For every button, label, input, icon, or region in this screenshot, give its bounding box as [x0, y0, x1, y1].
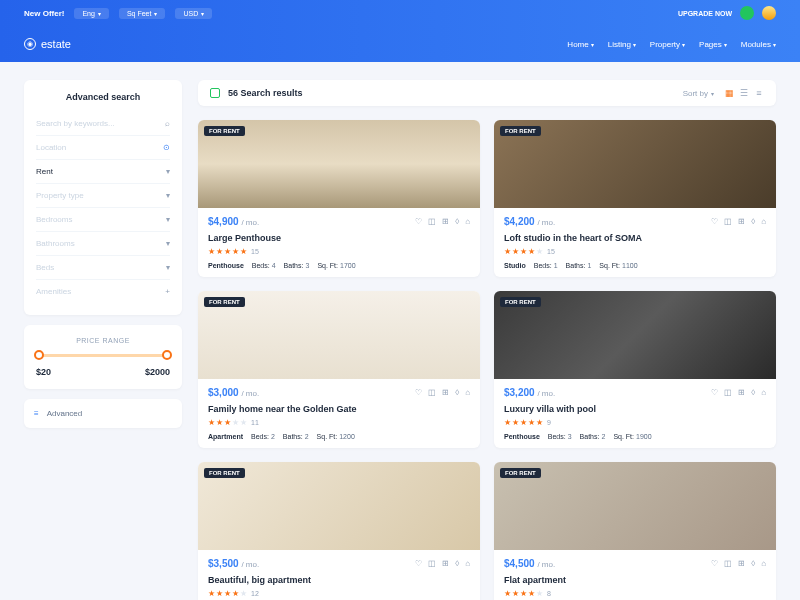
language-selector[interactable]: Eng▾ [74, 8, 108, 19]
compare-icon[interactable]: ⊞ [738, 388, 745, 397]
star-icon: ★ [224, 418, 231, 427]
listing-price: $4,500 / mo. [504, 558, 555, 569]
location-icon[interactable]: ◊ [751, 217, 755, 226]
review-count: 15 [251, 248, 259, 255]
logo[interactable]: ◉ estate [24, 38, 71, 50]
listing-price: $4,900 / mo. [208, 216, 259, 227]
rating: ★★★★★9 [504, 418, 766, 427]
navbar: ◉ estate Home▾ Listing▾ Property▾ Pages▾… [0, 26, 800, 62]
results-count: 56 Search results [228, 88, 303, 98]
content: Advanced search Search by keywords...⌕ L… [0, 62, 800, 600]
bookmark-icon[interactable]: ◫ [724, 388, 732, 397]
price-slider[interactable] [38, 354, 168, 357]
amenities-field[interactable]: Amenities+ [36, 280, 170, 303]
favorite-icon[interactable]: ♡ [711, 559, 718, 568]
slider-handle-min[interactable] [34, 350, 44, 360]
star-icon: ★ [536, 418, 543, 427]
price-min: $20 [36, 367, 51, 377]
compare-icon[interactable]: ⊞ [442, 559, 449, 568]
star-icon: ★ [232, 247, 239, 256]
bedrooms-field[interactable]: Bedrooms▾ [36, 208, 170, 232]
sidebar: Advanced search Search by keywords...⌕ L… [24, 80, 182, 600]
advanced-button[interactable]: ≡ Advanced [24, 399, 182, 428]
currency-selector[interactable]: USD▾ [175, 8, 212, 19]
listings-grid: FOR RENT $4,900 / mo. ♡ ◫ ⊞ ◊ ⌂ Large Pe… [198, 120, 776, 600]
beds-value: 3 [568, 433, 572, 440]
search-panel: Advanced search Search by keywords...⌕ L… [24, 80, 182, 315]
listing-image: FOR RENT [494, 462, 776, 550]
listing-card[interactable]: FOR RENT $3,200 / mo. ♡ ◫ ⊞ ◊ ⌂ Luxury v… [494, 291, 776, 448]
card-body: $4,500 / mo. ♡ ◫ ⊞ ◊ ⌂ Flat apartment ★★… [494, 550, 776, 600]
card-actions: ♡ ◫ ⊞ ◊ ⌂ [415, 388, 470, 397]
plus-icon: + [165, 287, 170, 296]
star-icon: ★ [216, 247, 223, 256]
sqft-value: 1100 [622, 262, 638, 269]
share-icon[interactable]: ⌂ [465, 217, 470, 226]
rent-field[interactable]: Rent▾ [36, 160, 170, 184]
bookmark-icon[interactable]: ◫ [428, 388, 436, 397]
bathrooms-field[interactable]: Bathrooms▾ [36, 232, 170, 256]
location-icon[interactable]: ◊ [455, 388, 459, 397]
chevron-down-icon: ▾ [166, 263, 170, 272]
listing-card[interactable]: FOR RENT $4,500 / mo. ♡ ◫ ⊞ ◊ ⌂ Flat apa… [494, 462, 776, 600]
card-body: $3,500 / mo. ♡ ◫ ⊞ ◊ ⌂ Beautiful, big ap… [198, 550, 480, 600]
listing-card[interactable]: FOR RENT $4,900 / mo. ♡ ◫ ⊞ ◊ ⌂ Large Pe… [198, 120, 480, 277]
nav-modules[interactable]: Modules▾ [741, 40, 776, 49]
nav-listing[interactable]: Listing▾ [608, 40, 636, 49]
listing-card[interactable]: FOR RENT $3,500 / mo. ♡ ◫ ⊞ ◊ ⌂ Beautifu… [198, 462, 480, 600]
favorite-icon[interactable]: ♡ [415, 388, 422, 397]
share-icon[interactable]: ⌂ [465, 388, 470, 397]
compare-icon[interactable]: ⊞ [738, 559, 745, 568]
upgrade-link[interactable]: UPGRADE NOW [678, 10, 732, 17]
compare-icon[interactable]: ⊞ [442, 217, 449, 226]
listing-price: $3,000 / mo. [208, 387, 259, 398]
bookmark-icon[interactable]: ◫ [428, 217, 436, 226]
location-icon[interactable]: ◊ [751, 388, 755, 397]
location-field[interactable]: Location⊙ [36, 136, 170, 160]
star-icon: ★ [232, 589, 239, 598]
slider-handle-max[interactable] [162, 350, 172, 360]
location-icon[interactable]: ◊ [455, 559, 459, 568]
grid-view-icon[interactable]: ▦ [724, 88, 734, 98]
sort-dropdown[interactable]: Sort by▾ [683, 89, 714, 98]
listing-meta: Apartment Beds:2 Baths:2 Sq. Ft:1200 [208, 433, 470, 440]
price-max: $2000 [145, 367, 170, 377]
star-icon: ★ [240, 418, 247, 427]
card-body: $4,900 / mo. ♡ ◫ ⊞ ◊ ⌂ Large Penthouse ★… [198, 208, 480, 277]
keywords-field[interactable]: Search by keywords...⌕ [36, 112, 170, 136]
share-icon[interactable]: ⌂ [465, 559, 470, 568]
location-icon[interactable]: ◊ [455, 217, 459, 226]
card-actions: ♡ ◫ ⊞ ◊ ⌂ [415, 559, 470, 568]
nav-home[interactable]: Home▾ [567, 40, 593, 49]
bookmark-icon[interactable]: ◫ [428, 559, 436, 568]
bookmark-icon[interactable]: ◫ [724, 559, 732, 568]
compare-icon[interactable]: ⊞ [442, 388, 449, 397]
share-icon[interactable]: ⌂ [761, 388, 766, 397]
share-icon[interactable]: ⌂ [761, 559, 766, 568]
favorite-icon[interactable]: ♡ [711, 388, 718, 397]
list-view-icon[interactable]: ☰ [739, 88, 749, 98]
compare-icon[interactable]: ⊞ [738, 217, 745, 226]
chevron-down-icon: ▾ [154, 10, 157, 17]
chevron-down-icon: ▾ [591, 41, 594, 48]
favorite-icon[interactable]: ♡ [415, 217, 422, 226]
sqft-value: 1700 [340, 262, 356, 269]
area-selector[interactable]: Sq Feet▾ [119, 8, 166, 19]
property-type-field[interactable]: Property type▾ [36, 184, 170, 208]
nav-property[interactable]: Property▾ [650, 40, 685, 49]
listing-card[interactable]: FOR RENT $3,000 / mo. ♡ ◫ ⊞ ◊ ⌂ Family h… [198, 291, 480, 448]
listing-meta: Studio Beds:1 Baths:1 Sq. Ft:1100 [504, 262, 766, 269]
compact-view-icon[interactable]: ≡ [754, 88, 764, 98]
listing-card[interactable]: FOR RENT $4,200 / mo. ♡ ◫ ⊞ ◊ ⌂ Loft stu… [494, 120, 776, 277]
rating: ★★★★★12 [208, 589, 470, 598]
location-icon[interactable]: ◊ [751, 559, 755, 568]
notification-icon[interactable] [740, 6, 754, 20]
favorite-icon[interactable]: ♡ [711, 217, 718, 226]
share-icon[interactable]: ⌂ [761, 217, 766, 226]
favorite-icon[interactable]: ♡ [415, 559, 422, 568]
nav-pages[interactable]: Pages▾ [699, 40, 727, 49]
bookmark-icon[interactable]: ◫ [724, 217, 732, 226]
user-avatar[interactable] [762, 6, 776, 20]
star-icon: ★ [224, 589, 231, 598]
beds-field[interactable]: Beds▾ [36, 256, 170, 280]
